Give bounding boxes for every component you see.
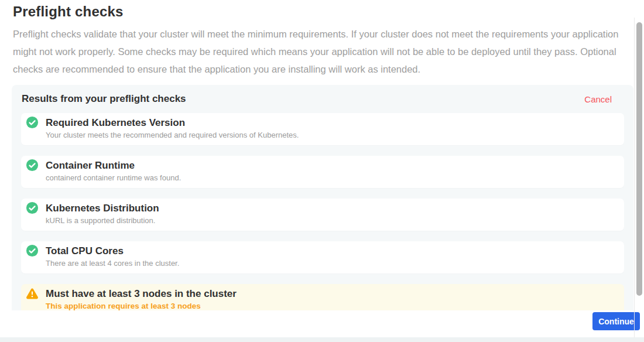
check-title: Must have at least 3 nodes in the cluste… <box>46 288 237 299</box>
check-text: Kubernetes Distribution kURL is a suppor… <box>46 199 159 225</box>
check-text: Container Runtime containerd container r… <box>46 156 181 182</box>
check-message: Your cluster meets the recommended and r… <box>46 131 299 139</box>
check-message: containerd container runtime was found. <box>46 173 181 182</box>
cancel-link[interactable]: Cancel <box>584 94 612 104</box>
check-circle-icon <box>26 244 39 257</box>
check-title: Container Runtime <box>46 160 181 171</box>
warning-triangle-icon <box>26 287 39 300</box>
preflight-results-panel: Results from your preflight checks Cance… <box>12 85 633 342</box>
page-title: Preflight checks <box>13 4 629 20</box>
scrollbar-thumb[interactable] <box>636 22 642 296</box>
footer-bar: Continue <box>0 310 644 337</box>
panel-title: Results from your preflight checks <box>22 93 186 105</box>
check-row: Container Runtime containerd container r… <box>21 156 624 188</box>
continue-button[interactable]: Continue <box>592 312 640 330</box>
check-title: Required Kubernetes Version <box>46 117 299 128</box>
check-circle-icon <box>26 201 39 214</box>
bottom-strip <box>0 337 644 342</box>
check-text: Must have at least 3 nodes in the cluste… <box>46 284 237 310</box>
check-text: Total CPU Cores There are at least 4 cor… <box>46 241 179 268</box>
check-circle-icon <box>26 159 39 172</box>
scrollbar-divider <box>634 18 635 337</box>
check-row: Kubernetes Distribution kURL is a suppor… <box>21 199 624 231</box>
page-description: Preflight checks validate that your clus… <box>13 25 629 78</box>
check-message: kURL is a supported distribution. <box>46 216 159 225</box>
check-row: Total CPU Cores There are at least 4 cor… <box>21 241 624 273</box>
check-message: There are at least 4 cores in the cluste… <box>46 259 179 268</box>
panel-header: Results from your preflight checks Cance… <box>12 85 633 113</box>
check-text: Required Kubernetes Version Your cluster… <box>46 113 299 139</box>
checks-list: Required Kubernetes Version Your cluster… <box>12 113 633 316</box>
check-circle-icon <box>26 116 39 129</box>
check-message: This application requires at least 3 nod… <box>46 302 237 310</box>
check-title: Total CPU Cores <box>46 245 179 256</box>
check-title: Kubernetes Distribution <box>46 203 159 214</box>
check-row: Required Kubernetes Version Your cluster… <box>21 113 624 145</box>
page-header: Preflight checks Preflight checks valida… <box>13 4 629 78</box>
